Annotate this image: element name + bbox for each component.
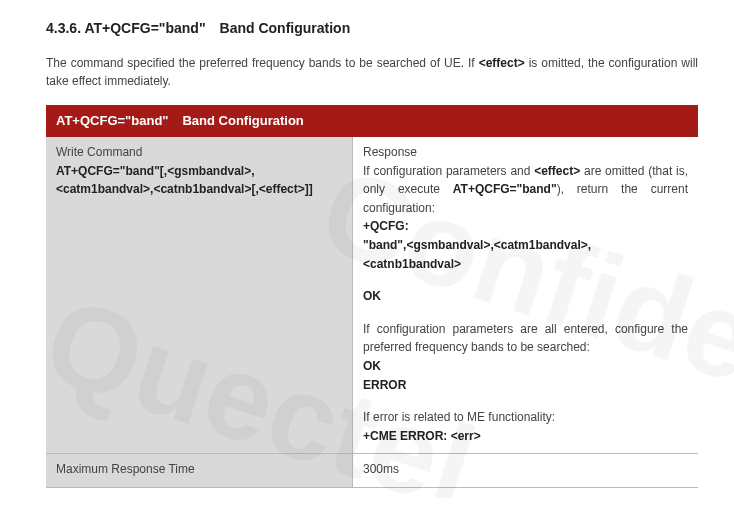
mrt-label-cell: Maximum Response Time bbox=[46, 454, 353, 488]
command-table: Write Command AT+QCFG="band"[,<gsmbandva… bbox=[46, 137, 698, 488]
write-command-cell: Write Command AT+QCFG="band"[,<gsmbandva… bbox=[46, 137, 353, 454]
cmd-literal: AT+QCFG="band" bbox=[453, 182, 557, 196]
response-qcfg-line2: "band",<gsmbandval>,<catm1bandval>,<catn… bbox=[363, 236, 688, 273]
intro-effect: <effect> bbox=[479, 56, 525, 70]
response-ok-1: OK bbox=[363, 287, 688, 306]
mrt-value: 300ms bbox=[363, 462, 399, 476]
response-error: ERROR bbox=[363, 376, 688, 395]
section-heading: 4.3.6. AT+QCFG="band"Band Configuration bbox=[46, 18, 698, 40]
effect-param: <effect> bbox=[534, 164, 580, 178]
write-command-syntax: AT+QCFG="band"[,<gsmbandval>,<catm1bandv… bbox=[56, 162, 342, 199]
response-cell: Response If configuration parameters and… bbox=[353, 137, 699, 454]
command-header-bar: AT+QCFG="band"Band Configuration bbox=[46, 105, 698, 137]
response-cme-error: +CME ERROR: <err> bbox=[363, 427, 688, 446]
response-paragraph-3: If error is related to ME functionality: bbox=[363, 408, 688, 427]
text: If configuration parameters and bbox=[363, 164, 534, 178]
intro-paragraph: The command specified the preferred freq… bbox=[46, 54, 698, 91]
response-paragraph-2: If configuration parameters are all ente… bbox=[363, 320, 688, 357]
intro-prefix: The command specified the preferred freq… bbox=[46, 56, 479, 70]
write-command-label: Write Command bbox=[56, 143, 342, 162]
mrt-label: Maximum Response Time bbox=[56, 462, 195, 476]
section-cmd: AT+QCFG="band" bbox=[84, 20, 205, 36]
response-qcfg-line1: +QCFG: bbox=[363, 217, 688, 236]
page: Quectel Confidential 4.3.6. AT+QCFG="ban… bbox=[0, 0, 734, 498]
command-header-title: Band Configuration bbox=[182, 113, 303, 128]
mrt-value-cell: 300ms bbox=[353, 454, 699, 488]
response-paragraph-1: If configuration parameters and <effect>… bbox=[363, 162, 688, 218]
response-ok-2: OK bbox=[363, 357, 688, 376]
section-title-text: Band Configuration bbox=[220, 20, 351, 36]
section-number: 4.3.6. bbox=[46, 20, 81, 36]
table-row: Write Command AT+QCFG="band"[,<gsmbandva… bbox=[46, 137, 698, 454]
response-label: Response bbox=[363, 143, 688, 162]
table-row: Maximum Response Time 300ms bbox=[46, 454, 698, 488]
command-header-cmd: AT+QCFG="band" bbox=[56, 113, 168, 128]
